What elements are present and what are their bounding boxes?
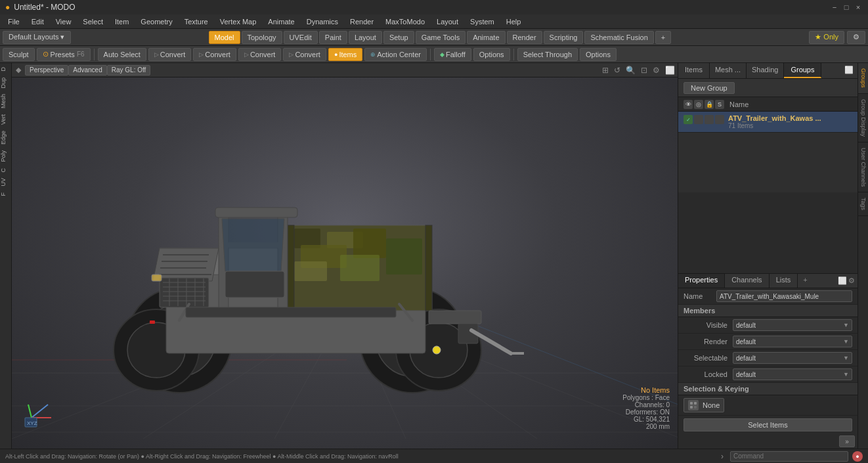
menu-texture[interactable]: Texture (179, 16, 213, 27)
visible-dropdown[interactable]: default ▼ (733, 319, 852, 331)
prop-tab-properties[interactable]: Properties (678, 274, 725, 288)
viewport-advanced[interactable]: Advanced (68, 65, 106, 76)
expand-down-btn[interactable]: » (839, 435, 855, 447)
presets-btn[interactable]: ⊙ Presets F6 (37, 48, 91, 61)
menu-select[interactable]: Select (77, 16, 108, 27)
new-group-btn[interactable]: New Group (684, 82, 735, 94)
tab-setup[interactable]: Setup (383, 31, 414, 44)
sidebar-tab-mesh[interactable]: Mesh (0, 91, 12, 111)
star-only-btn[interactable]: ★ Only (809, 31, 844, 44)
options2-btn[interactable]: Options (580, 48, 617, 61)
sidebar-tab-edge[interactable]: Edge (0, 128, 12, 147)
viewport-zoom-icon[interactable]: 🔍 (623, 66, 638, 75)
prop-settings-icon[interactable]: ⚙ (848, 276, 855, 285)
menu-maxtomodo[interactable]: MaxToModo (380, 16, 430, 27)
tab-paint[interactable]: Paint (319, 31, 347, 44)
viewport-pin[interactable]: ◆ (12, 64, 25, 77)
group-render-icon[interactable] (694, 115, 703, 124)
auto-select-btn[interactable]: Auto Select (98, 48, 146, 61)
vtab-groups[interactable]: Groups (858, 63, 868, 94)
menu-geometry[interactable]: Geometry (135, 16, 177, 27)
settings-btn[interactable]: ⚙ (847, 31, 865, 44)
close-button[interactable]: × (854, 3, 863, 12)
menu-animate[interactable]: Animate (263, 16, 299, 27)
select-items-btn[interactable]: Select Items (684, 418, 852, 431)
tab-gametools[interactable]: Game Tools (416, 31, 466, 44)
viewport-perspective[interactable]: Perspective (25, 65, 68, 76)
record-btn[interactable]: ● (852, 451, 863, 462)
select-through-btn[interactable]: Select Through (517, 48, 578, 61)
tab-model[interactable]: Model (209, 31, 240, 44)
menu-edit[interactable]: Edit (26, 16, 49, 27)
sidebar-tab-d[interactable]: D (0, 64, 12, 74)
selectable-dropdown[interactable]: default ▼ (733, 352, 852, 364)
menu-file[interactable]: File (3, 16, 25, 27)
tab-layout[interactable]: Layout (349, 31, 382, 44)
panel-tab-groups[interactable]: Groups (784, 63, 821, 78)
none-btn[interactable]: None (684, 398, 724, 412)
action-center-btn[interactable]: ⊕Action Center (364, 48, 427, 61)
prop-expand-icon[interactable]: ⬜ (838, 276, 847, 285)
tab-uvedit[interactable]: UVEdit (284, 31, 318, 44)
convert-btn3[interactable]: ▷Convert (238, 48, 282, 61)
tab-scripting[interactable]: Scripting (544, 31, 584, 44)
vtab-tags[interactable]: Tags (858, 192, 868, 216)
menu-item[interactable]: Item (110, 16, 134, 27)
falloff-btn[interactable]: ◆Falloff (434, 48, 471, 61)
group-lock-icon[interactable] (705, 115, 714, 124)
items-btn[interactable]: ●Items (328, 48, 362, 61)
tab-animate[interactable]: Animate (467, 31, 505, 44)
convert-btn2[interactable]: ▷Convert (193, 48, 236, 61)
list-icon-sel[interactable]: S (715, 100, 724, 109)
list-icon-lock[interactable]: 🔒 (705, 100, 714, 109)
panel-tab-shading[interactable]: Shading (747, 63, 784, 78)
viewport-settings-icon[interactable]: ⚙ (650, 66, 662, 75)
menu-view[interactable]: View (51, 16, 77, 27)
prop-tab-plus[interactable]: + (798, 274, 812, 288)
prop-tab-lists[interactable]: Lists (770, 274, 798, 288)
vtab-group-display[interactable]: Group Display (858, 94, 868, 143)
command-input[interactable] (730, 451, 848, 462)
sidebar-tab-poly[interactable]: Poly (0, 148, 12, 165)
viewport-fit-icon[interactable]: ⊞ (599, 66, 611, 75)
tab-schematic[interactable]: Schematic Fusion (584, 31, 653, 44)
group-item-atv[interactable]: ✓ ATV_Trailer_with_Kawas ... 71 Items (678, 112, 857, 133)
render-dropdown[interactable]: default ▼ (733, 336, 852, 347)
sidebar-tab-vert[interactable]: Vert (0, 112, 12, 127)
list-icon-render[interactable]: ◎ (694, 100, 703, 109)
panel-expand-btn[interactable]: ⬜ (840, 63, 857, 78)
locked-dropdown[interactable]: default ▼ (733, 368, 852, 380)
options1-btn[interactable]: Options (473, 48, 510, 61)
tab-render[interactable]: Render (507, 31, 542, 44)
viewport-rotate-icon[interactable]: ↺ (611, 66, 623, 75)
panel-tab-mesh[interactable]: Mesh ... (710, 63, 747, 78)
group-sel-icon[interactable] (715, 115, 724, 124)
list-icon-eye[interactable]: 👁 (684, 100, 693, 109)
convert-btn1[interactable]: ▷Convert (148, 48, 192, 61)
menu-dynamics[interactable]: Dynamics (301, 16, 343, 27)
name-input[interactable] (716, 290, 852, 302)
viewport-frame-icon[interactable]: ⊡ (638, 66, 650, 75)
panel-tab-items[interactable]: Items (678, 63, 710, 78)
forward-btn[interactable]: › (718, 452, 726, 461)
menu-system[interactable]: System (465, 16, 500, 27)
default-layouts-btn[interactable]: Default Layouts ▾ (3, 31, 71, 44)
menu-help[interactable]: Help (501, 16, 527, 27)
menu-layout[interactable]: Layout (431, 16, 464, 27)
group-vis-icon[interactable]: ✓ (684, 115, 693, 124)
menu-render[interactable]: Render (345, 16, 379, 27)
viewport[interactable]: ◆ Perspective Advanced Ray GL: Off ⊞ ↺ 🔍… (12, 63, 678, 449)
maximize-button[interactable]: □ (842, 3, 851, 12)
menu-vertexmap[interactable]: Vertex Map (215, 16, 262, 27)
convert-btn4[interactable]: ▷Convert (283, 48, 326, 61)
viewport-expand-icon[interactable]: ⬜ (662, 66, 678, 75)
add-tab-btn[interactable]: + (655, 31, 671, 44)
sidebar-tab-uv[interactable]: UV (0, 175, 12, 189)
sculpt-btn[interactable]: Sculpt (3, 48, 35, 61)
vtab-user-channels[interactable]: User Channels (858, 143, 868, 193)
sidebar-tab-c[interactable]: C (0, 165, 12, 175)
sidebar-tab-f[interactable]: F (0, 190, 12, 199)
tab-topology[interactable]: Topology (242, 31, 282, 44)
prop-tab-channels[interactable]: Channels (725, 274, 769, 288)
sidebar-tab-dup[interactable]: Dup (0, 75, 12, 91)
